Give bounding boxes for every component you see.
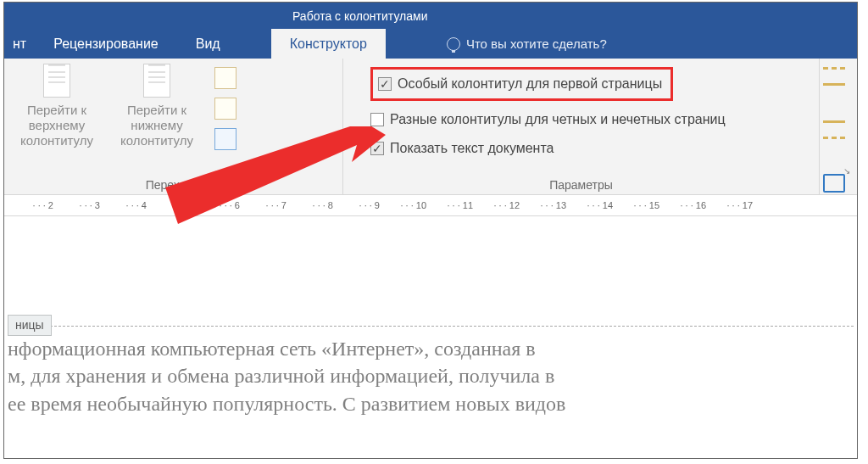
ruler-tick: · · · 15	[615, 200, 662, 210]
dialog-launcher-icon[interactable]: ↘	[843, 166, 850, 176]
checkbox-icon	[370, 142, 384, 155]
goto-footer-button[interactable]: Перейти к нижнему колонтитулу	[114, 64, 199, 148]
group-parameters: Особый колонтитул для первой страницы Ра…	[343, 59, 820, 194]
document-bottom-icon	[143, 64, 170, 98]
nav-small-buttons	[214, 64, 236, 150]
tab-label: Вид	[196, 36, 220, 52]
tab-partial[interactable]: нт	[4, 29, 35, 59]
ruler-tick: · · · 13	[522, 200, 569, 210]
header-boundary-line	[8, 326, 854, 327]
group-label: Параметры	[353, 176, 809, 193]
contextual-tab-title: Работа с колонтитулами	[292, 9, 427, 23]
tab-view[interactable]: Вид	[177, 29, 239, 59]
lightbulb-icon	[447, 37, 460, 51]
ruler-tick: · · · 12	[476, 200, 522, 210]
group-transitions: Перейти к верхнему колонтитулу Перейти к…	[4, 59, 343, 194]
checkbox-label: Разные колонтитулы для четных и нечетных…	[390, 109, 726, 130]
tell-me-search[interactable]: Что вы хотите сделать?	[428, 29, 626, 59]
show-document-text-checkbox[interactable]: Показать текст документа	[370, 138, 554, 159]
checkbox-icon	[370, 113, 384, 126]
next-section-icon[interactable]	[214, 98, 236, 120]
tab-label: Рецензирование	[53, 36, 159, 52]
ruler-tick: · · · 17	[709, 200, 755, 210]
ruler[interactable]: · · · 2· · · 3· · · 4· · · 5· · · 6· · ·…	[4, 195, 857, 216]
document-text: нформационная компьютерная сеть «Интерне…	[8, 335, 854, 417]
ruler-tick: · · · 10	[382, 200, 429, 210]
app-frame: Работа с колонтитулами нт Рецензирование…	[3, 2, 858, 459]
goto-header-button[interactable]: Перейти к верхнему колонтитулу	[14, 64, 99, 148]
ribbon-tabs: нт Рецензирование Вид Конструктор Что вы…	[4, 29, 857, 59]
prev-section-icon[interactable]	[214, 67, 236, 89]
ruler-tick: · · · 11	[429, 200, 476, 210]
ruler-tick: · · · 9	[336, 200, 382, 210]
tab-label: Конструктор	[290, 36, 367, 52]
link-previous-icon[interactable]	[214, 128, 236, 150]
group-label: Переходы	[14, 176, 332, 193]
ruler-tick: · · · 7	[242, 200, 289, 210]
button-label: Перейти к нижнему колонтитулу	[114, 103, 199, 148]
ruler-tick: · · · 4	[103, 200, 149, 210]
tab-label: нт	[13, 36, 26, 52]
tab-designer[interactable]: Конструктор	[271, 29, 386, 59]
different-first-page-checkbox[interactable]: Особый колонтитул для первой страницы	[370, 67, 673, 101]
different-odd-even-checkbox[interactable]: Разные колонтитулы для четных и нечетных…	[370, 109, 726, 130]
ruler-tick: · · · 6	[196, 200, 242, 210]
button-label: Перейти к верхнему колонтитулу	[14, 103, 99, 148]
checkbox-label: Показать текст документа	[390, 138, 554, 159]
ribbon: Перейти к верхнему колонтитулу Перейти к…	[4, 59, 857, 195]
ruler-tick: · · · 16	[662, 200, 709, 210]
header-from-top-icon[interactable]	[823, 67, 845, 86]
ruler-tick: · · · 3	[56, 200, 103, 210]
header-tab-label: ницы	[8, 315, 52, 336]
ruler-tick: · · · 14	[569, 200, 615, 210]
title-bar: Работа с колонтитулами	[4, 3, 857, 29]
document-top-icon	[43, 64, 70, 98]
ruler-tick: · · · 5	[149, 200, 196, 210]
tab-review[interactable]: Рецензирование	[35, 29, 177, 59]
footer-from-bottom-icon[interactable]	[823, 120, 845, 139]
document-area[interactable]: ницы нформационная компьютерная сеть «Ин…	[4, 216, 857, 417]
group-position: ↘	[820, 59, 857, 194]
ruler-tick: · · · 8	[289, 200, 336, 210]
insert-alignment-tab-icon[interactable]	[823, 174, 845, 193]
ruler-tick: · · · 2	[9, 200, 56, 210]
tell-me-placeholder: Что вы хотите сделать?	[466, 36, 607, 51]
checkbox-label: Особый колонтитул для первой страницы	[398, 74, 662, 94]
checkbox-icon	[378, 77, 392, 91]
